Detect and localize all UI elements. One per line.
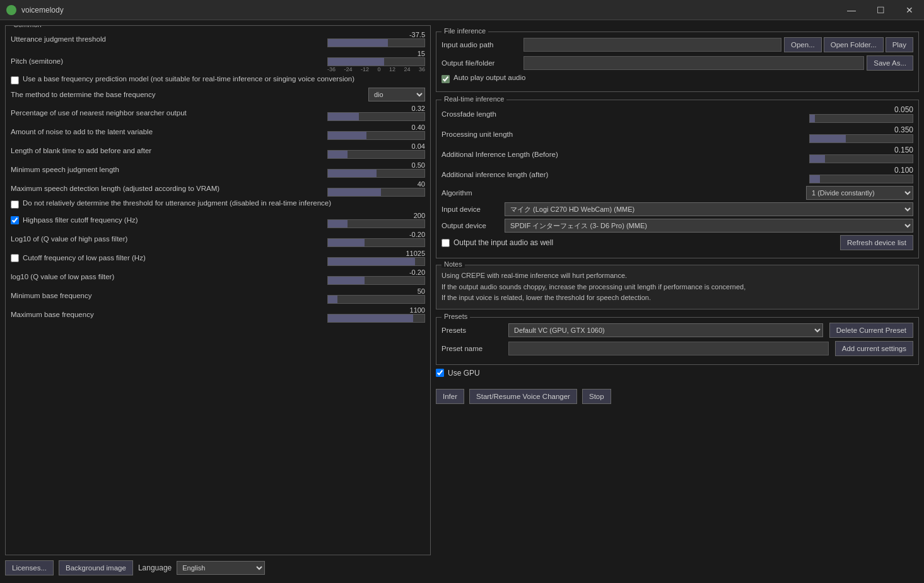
blank-time-value: 0.04 [412,142,425,150]
crossfade-value: 0.050 [894,105,913,114]
presets-select[interactable]: Default VC (GPU, GTX 1060) Custom 1 Cust… [508,323,823,337]
maximize-button[interactable]: ☐ [866,0,895,20]
crossfade-row: Crossfade length 0.050 [442,105,913,123]
log10-q-slider[interactable] [327,238,425,247]
noise-latent-slider[interactable] [327,131,425,140]
no-relative-threshold-checkbox[interactable] [11,200,19,209]
crossfade-slider-group: 0.050 [806,105,913,123]
highpass-slider[interactable] [327,219,425,228]
auto-play-checkbox[interactable] [442,75,450,83]
refresh-device-list-button[interactable]: Refresh device list [840,235,913,250]
highpass-checkbox[interactable] [11,216,19,224]
processing-slider[interactable] [809,134,913,143]
crossfade-slider[interactable] [809,114,913,123]
save-as-button[interactable]: Save As... [867,55,913,71]
neighbor-search-slider-group: 0.32 [324,105,425,121]
max-speech-row: Maximum speech detection length (adjuste… [11,180,425,197]
notes-group: Notes Using CREPE with real-time inferen… [436,265,919,309]
language-label: Language [138,563,172,572]
blank-time-slider-group: 0.04 [324,142,425,159]
delete-preset-button[interactable]: Delete Current Preset [829,323,913,338]
licenses-button[interactable]: Licenses... [5,560,54,575]
utterance-threshold-slider[interactable] [327,38,425,47]
blank-time-slider[interactable] [327,150,425,159]
file-inference-group: File inference Input audio path Open... … [436,32,919,92]
presets-title: Presets [442,313,470,320]
method-label: The method to determine the base frequen… [11,91,368,98]
lowpass-label: Cutoff frequency of low pass filter (Hz) [23,254,324,262]
preset-name-field[interactable] [508,342,829,355]
utterance-threshold-value: -37.5 [409,31,425,38]
base-freq-checkbox[interactable] [11,76,19,84]
output-device-select[interactable]: SPDIF インターフェイス (3- D6 Pro) (MME) [505,219,913,233]
presets-row: Presets Default VC (GPU, GTX 1060) Custo… [442,323,913,338]
min-base-freq-slider-group: 50 [324,287,425,304]
input-audio-label: Input audio path [442,41,523,49]
noise-latent-value: 0.40 [412,124,425,131]
add-before-label: Additional Inference Length (Before) [442,151,806,158]
file-inference-title: File inference [442,27,488,35]
pitch-semitone-label: Pitch (semitone) [11,57,324,65]
pitch-semitone-value: 15 [418,50,425,57]
minimize-button[interactable]: — [837,0,866,20]
processing-slider-group: 0.350 [806,125,913,143]
add-after-slider[interactable] [809,175,913,183]
base-freq-label: Use a base frequency prediction model (n… [23,75,354,83]
neighbor-search-slider[interactable] [327,112,425,121]
processing-value: 0.350 [894,125,913,134]
stop-button[interactable]: Stop [582,389,611,404]
log10-q-low-value: -0.20 [409,268,425,276]
neighbor-search-row: Percentage of use of nearest neighbor se… [11,105,425,121]
output-file-field[interactable] [523,56,864,70]
no-relative-threshold-label: Do not relatively determine the threshol… [23,199,331,207]
notes-line2: If the output audio sounds choppy, incre… [442,282,913,293]
output-input-checkbox[interactable] [442,239,450,247]
highpass-slider-group: 200 [324,212,425,228]
common-group: Common Utterance judgment threshold -37.… [5,25,431,555]
presets-label: Presets [442,326,505,334]
add-before-slider[interactable] [809,154,913,163]
open-button[interactable]: Open... [784,37,822,52]
realtime-inference-group: Real-time inference Crossfade length 0.0… [436,100,919,258]
play-button[interactable]: Play [886,37,913,52]
algorithm-select[interactable]: 1 (Divide constantly) 2 3 [806,186,913,200]
utterance-threshold-slider-group: -37.5 [324,31,425,47]
log10-q-low-slider[interactable] [327,276,425,285]
action-bar: Infer Start/Resume Voice Changer Stop [436,389,919,404]
max-base-freq-slider[interactable] [327,314,425,323]
use-gpu-label: Use GPU [448,369,480,378]
lowpass-slider[interactable] [327,257,425,266]
min-base-freq-slider[interactable] [327,295,425,304]
add-settings-button[interactable]: Add current settings [835,341,913,356]
pitch-semitone-slider[interactable] [327,57,425,66]
output-input-checkbox-container: Output the input audio as well [442,238,553,247]
input-device-select[interactable]: マイク (Logi C270 HD WebCam) (MME) [505,202,913,216]
language-select[interactable]: English 日本語 中文 [177,561,265,575]
open-folder-button[interactable]: Open Folder... [824,37,884,52]
background-image-button[interactable]: Background image [59,560,133,575]
min-base-freq-row: Minimum base frequency 50 [11,287,425,304]
max-speech-label: Maximum speech detection length (adjuste… [11,185,324,192]
close-button[interactable]: ✕ [895,0,924,20]
lowpass-checkbox[interactable] [11,254,19,262]
use-gpu-checkbox[interactable] [436,369,444,377]
input-audio-path-field[interactable] [523,38,781,52]
auto-play-label: Auto play output audio [453,74,525,81]
auto-play-row: Auto play output audio [442,74,913,83]
min-speech-slider-group: 0.50 [324,161,425,178]
min-speech-slider[interactable] [327,169,425,178]
neighbor-search-label: Percentage of use of nearest neighbor se… [11,109,324,117]
output-device-row: Output device SPDIF インターフェイス (3- D6 Pro)… [442,219,913,233]
noise-latent-row: Amount of noise to add to the latent var… [11,124,425,140]
neighbor-search-value: 0.32 [412,105,425,112]
add-after-label: Additional inference length (after) [442,171,806,178]
highpass-label: Highpass filter cutoff frequency (Hz) [23,216,324,224]
min-base-freq-value: 50 [418,287,425,295]
log10-q-value: -0.20 [409,231,425,238]
method-select[interactable]: dio harvest crepe [368,88,425,101]
base-freq-checkbox-row: Use a base frequency prediction model (n… [11,75,425,84]
max-speech-slider[interactable] [327,188,425,197]
app-title: voicemelody [21,6,64,14]
start-resume-button[interactable]: Start/Resume Voice Changer [469,389,577,404]
infer-button[interactable]: Infer [436,389,464,404]
